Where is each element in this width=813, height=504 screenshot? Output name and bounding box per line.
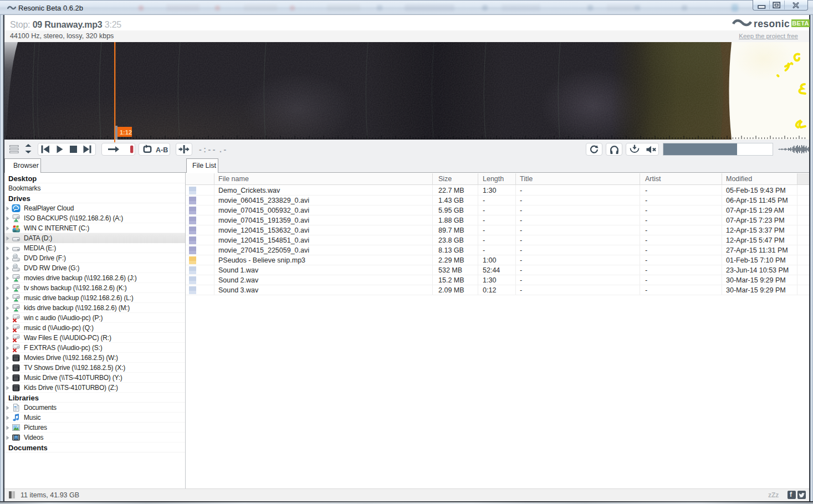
svg-text:A-B: A-B <box>156 146 168 154</box>
svg-text:1:12: 1:12 <box>120 129 132 136</box>
